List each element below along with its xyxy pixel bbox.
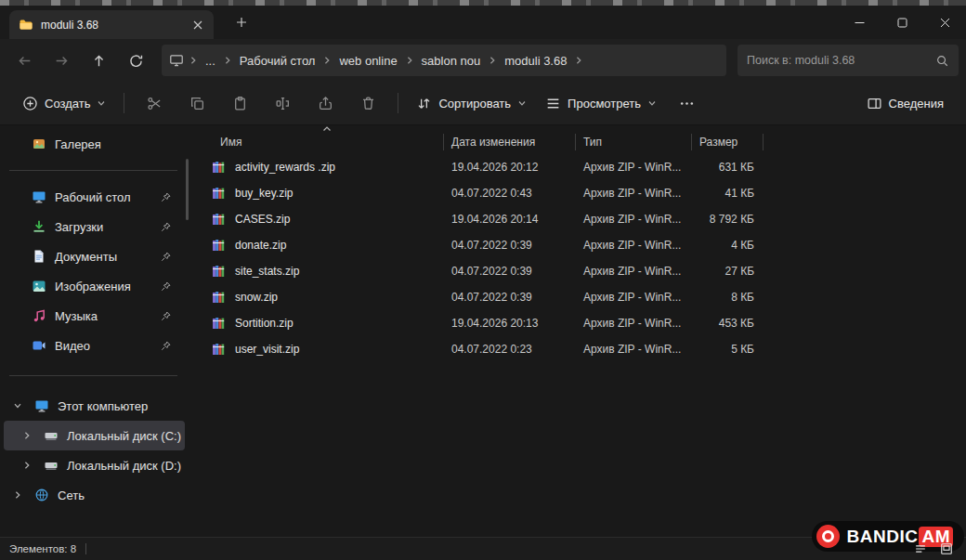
file-row[interactable]: buy_key.zip 04.07.2022 0:43 Архив ZIP - … (190, 180, 966, 206)
location-monitor-icon (169, 53, 184, 68)
back-button[interactable] (6, 45, 43, 76)
zip-archive-icon (211, 316, 226, 331)
pin-icon (160, 191, 172, 203)
sidebar-item-gallery[interactable]: Галерея (4, 129, 185, 159)
sidebar-scrollbar[interactable] (186, 159, 189, 220)
share-button[interactable] (307, 87, 344, 119)
file-row[interactable]: snow.zip 04.07.2022 0:39 Архив ZIP - Win… (190, 284, 966, 310)
sidebar-item-music[interactable]: Музыка (4, 301, 185, 331)
column-header-type[interactable]: Тип (576, 134, 692, 150)
tab-close-button[interactable] (188, 15, 208, 35)
sidebar-separator (9, 375, 177, 376)
column-header-size[interactable]: Размер (692, 134, 764, 150)
sidebar-item-drive-c[interactable]: Локальный диск (C:) (4, 421, 185, 450)
delete-button[interactable] (349, 87, 386, 119)
file-row[interactable]: donate.zip 04.07.2022 0:39 Архив ZIP - W… (190, 232, 966, 258)
chevron-right-icon[interactable] (19, 461, 35, 470)
tab-title: moduli 3.68 (41, 19, 180, 32)
file-row[interactable]: CASES.zip 19.04.2026 20:14 Архив ZIP - W… (190, 206, 966, 232)
plus-circle-icon (22, 96, 38, 111)
downloads-icon (32, 219, 46, 234)
window-controls (838, 6, 966, 39)
file-date: 19.04.2026 20:12 (444, 161, 576, 174)
sidebar-item-this-pc[interactable]: Этот компьютер (4, 391, 185, 421)
refresh-button[interactable] (117, 45, 154, 76)
new-tab-button[interactable] (228, 9, 255, 35)
pin-icon (160, 280, 172, 293)
sort-button[interactable]: Сортировать (407, 87, 536, 119)
file-size: 27 КБ (692, 265, 764, 278)
file-date: 19.04.2026 20:14 (444, 213, 576, 226)
navigation-pane: Галерея Рабочий стол Загрузки (0, 125, 190, 537)
chevron-right-icon[interactable] (9, 490, 26, 500)
cut-button[interactable] (136, 87, 173, 119)
more-options-button[interactable] (669, 87, 706, 119)
rename-button[interactable] (264, 87, 301, 119)
sidebar-item-label: Загрузки (55, 220, 103, 234)
music-icon (32, 308, 46, 323)
explorer-tab[interactable]: moduli 3.68 (9, 10, 214, 39)
close-window-button[interactable] (923, 6, 966, 39)
chevron-down-icon (517, 98, 527, 108)
sidebar-item-network[interactable]: Сеть (4, 480, 185, 510)
breadcrumb-overflow[interactable]: ... (199, 51, 222, 71)
details-pane-button[interactable]: Сведения (857, 87, 953, 119)
file-row[interactable]: site_stats.zip 04.07.2022 0:39 Архив ZIP… (190, 258, 966, 284)
file-type: Архив ZIP - WinR... (576, 291, 692, 304)
file-name: CASES.zip (235, 213, 290, 226)
sidebar-item-desktop[interactable]: Рабочий стол (4, 182, 185, 212)
minimize-button[interactable] (838, 6, 881, 39)
details-pane-icon (867, 96, 882, 111)
sidebar-item-label: Галерея (55, 137, 101, 151)
this-pc-icon (34, 398, 49, 413)
pin-icon (160, 221, 172, 233)
search-icon (935, 54, 949, 68)
forward-button[interactable] (43, 45, 80, 76)
sidebar-item-pictures[interactable]: Изображения (4, 271, 185, 301)
details-view-toggle[interactable] (910, 540, 931, 557)
sidebar-item-drive-d[interactable]: Локальный диск (D:) (4, 450, 185, 480)
create-new-button[interactable]: Создать (13, 87, 115, 119)
zip-archive-icon (211, 212, 226, 227)
view-label: Просмотреть (568, 97, 641, 111)
bandicam-brand-left: BANDIC (847, 527, 919, 547)
videos-icon (32, 338, 46, 353)
chevron-right-icon[interactable] (19, 431, 35, 440)
sort-label: Сортировать (438, 97, 511, 111)
bandicam-record-icon (816, 525, 840, 548)
column-header-date[interactable]: Дата изменения (444, 134, 576, 150)
view-list-icon (545, 96, 561, 111)
view-button[interactable]: Просмотреть (536, 87, 666, 119)
chevron-down-icon (97, 98, 106, 108)
paste-button[interactable] (221, 87, 258, 119)
thumbnails-view-toggle[interactable] (936, 540, 957, 557)
up-button[interactable] (80, 45, 117, 76)
zip-archive-icon (211, 160, 226, 175)
breadcrumb-item-desktop[interactable]: Рабочий стол (233, 51, 322, 71)
column-header-name[interactable]: Имя (190, 134, 444, 150)
breadcrumb-item-sablon-nou[interactable]: sablon nou (415, 51, 488, 71)
toolbar-separator (124, 93, 124, 113)
file-list-pane: Имя Дата изменения Тип Размер activity_r… (190, 125, 966, 537)
file-type: Архив ZIP - WinR... (576, 161, 692, 174)
file-name: buy_key.zip (235, 187, 293, 200)
network-globe-icon (34, 488, 49, 502)
maximize-button[interactable] (881, 6, 923, 39)
search-input[interactable] (747, 54, 935, 67)
sidebar-item-documents[interactable]: Документы (4, 241, 185, 271)
file-row[interactable]: activity_rewards .zip 19.04.2026 20:12 А… (190, 154, 966, 180)
file-row[interactable]: Sortition.zip 19.04.2026 20:13 Архив ZIP… (190, 310, 966, 336)
sidebar-item-videos[interactable]: Видео (4, 331, 185, 360)
file-row[interactable]: user_visit.zip 04.07.2022 0:23 Архив ZIP… (190, 336, 966, 362)
chevron-down-icon[interactable] (9, 401, 26, 410)
file-date: 04.07.2022 0:39 (444, 265, 576, 278)
titlebar: moduli 3.68 (0, 6, 966, 39)
breadcrumb-item-web-online[interactable]: web online (333, 51, 403, 71)
file-size: 5 КБ (692, 343, 764, 356)
file-size: 8 792 КБ (692, 213, 764, 226)
sidebar-item-downloads[interactable]: Загрузки (4, 212, 185, 241)
breadcrumb: ... Рабочий стол web online sablon nou m… (162, 45, 726, 76)
sidebar-item-label: Этот компьютер (58, 399, 148, 413)
copy-button[interactable] (178, 87, 215, 119)
breadcrumb-item-current[interactable]: moduli 3.68 (498, 51, 573, 71)
